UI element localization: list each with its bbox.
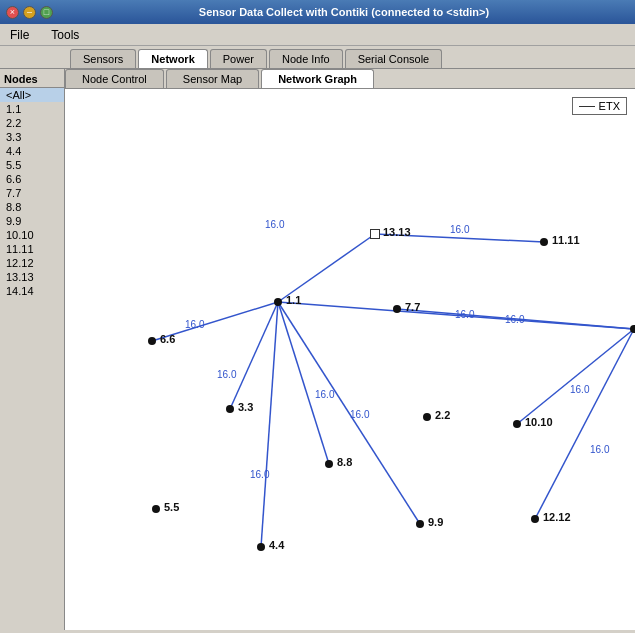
node-label-n2_2: 2.2 bbox=[435, 409, 450, 421]
edge-label: 16.0 bbox=[350, 409, 369, 420]
edge-label: 16.0 bbox=[217, 369, 236, 380]
node-dot-n3_3[interactable] bbox=[226, 405, 234, 413]
edge-label: 16.0 bbox=[590, 444, 609, 455]
sidebar-item-9-9[interactable]: 9.9 bbox=[0, 214, 64, 228]
sidebar-item-5-5[interactable]: 5.5 bbox=[0, 158, 64, 172]
node-label-n12_12: 12.12 bbox=[543, 511, 571, 523]
node-dot-n9_9[interactable] bbox=[416, 520, 424, 528]
node-dot-n14_14[interactable] bbox=[630, 325, 635, 333]
node-dot-n7_7[interactable] bbox=[393, 305, 401, 313]
sidebar-item-3-3[interactable]: 3.3 bbox=[0, 130, 64, 144]
sidebar-item-1-1[interactable]: 1.1 bbox=[0, 102, 64, 116]
tab-network[interactable]: Network bbox=[138, 49, 207, 68]
sidebar-item-13-13[interactable]: 13.13 bbox=[0, 270, 64, 284]
sidebar-item-all[interactable]: <All> bbox=[0, 88, 64, 102]
sub-tab-bar: Node Control Sensor Map Network Graph bbox=[65, 69, 635, 89]
edge-label: 16.0 bbox=[450, 224, 469, 235]
sidebar-item-12-12[interactable]: 12.12 bbox=[0, 256, 64, 270]
node-label-n4_4: 4.4 bbox=[269, 539, 284, 551]
sub-tab-network-graph[interactable]: Network Graph bbox=[261, 69, 374, 88]
node-dot-n6_6[interactable] bbox=[148, 337, 156, 345]
node-label-n13_13: 13.13 bbox=[383, 226, 411, 238]
node-label-n6_6: 6.6 bbox=[160, 333, 175, 345]
title-bar: × – □ Sensor Data Collect with Contiki (… bbox=[0, 0, 635, 24]
sidebar-item-2-2[interactable]: 2.2 bbox=[0, 116, 64, 130]
edge-label: 16.0 bbox=[505, 314, 524, 325]
node-label-n8_8: 8.8 bbox=[337, 456, 352, 468]
main-tab-bar: Sensors Network Power Node Info Serial C… bbox=[0, 46, 635, 69]
node-label-n3_3: 3.3 bbox=[238, 401, 253, 413]
graph-edge bbox=[261, 302, 278, 547]
graph-edge bbox=[517, 329, 634, 424]
content-area: Nodes <All> 1.1 2.2 3.3 4.4 5.5 6.6 7.7 … bbox=[0, 69, 635, 630]
sub-tab-sensor-map[interactable]: Sensor Map bbox=[166, 69, 259, 88]
sidebar-item-10-10[interactable]: 10.10 bbox=[0, 228, 64, 242]
minimize-button[interactable]: – bbox=[23, 6, 36, 19]
sidebar: Nodes <All> 1.1 2.2 3.3 4.4 5.5 6.6 7.7 … bbox=[0, 69, 65, 630]
sidebar-title: Nodes bbox=[0, 71, 64, 88]
node-dot-n12_12[interactable] bbox=[531, 515, 539, 523]
edge-label: 16.0 bbox=[570, 384, 589, 395]
menu-tools[interactable]: Tools bbox=[45, 26, 85, 44]
node-label-n5_5: 5.5 bbox=[164, 501, 179, 513]
sidebar-item-11-11[interactable]: 11.11 bbox=[0, 242, 64, 256]
sidebar-item-6-6[interactable]: 6.6 bbox=[0, 172, 64, 186]
window-controls[interactable]: × – □ bbox=[6, 6, 53, 19]
graph-edge bbox=[278, 302, 329, 464]
right-panel: Node Control Sensor Map Network Graph ET… bbox=[65, 69, 635, 630]
sidebar-item-8-8[interactable]: 8.8 bbox=[0, 200, 64, 214]
node-dot-n5_5[interactable] bbox=[152, 505, 160, 513]
sidebar-item-4-4[interactable]: 4.4 bbox=[0, 144, 64, 158]
node-dot-n10_10[interactable] bbox=[513, 420, 521, 428]
edge-label: 16.0 bbox=[185, 319, 204, 330]
close-button[interactable]: × bbox=[6, 6, 19, 19]
network-graph: ETX 16.016.016.016.016.016.016.016.016.0… bbox=[65, 89, 635, 630]
tab-sensors[interactable]: Sensors bbox=[70, 49, 136, 68]
node-dot-n1_1[interactable] bbox=[274, 298, 282, 306]
edge-label: 16.0 bbox=[455, 309, 474, 320]
node-dot-n4_4[interactable] bbox=[257, 543, 265, 551]
node-label-n7_7: 7.7 bbox=[405, 301, 420, 313]
tab-serial-console[interactable]: Serial Console bbox=[345, 49, 443, 68]
tab-power[interactable]: Power bbox=[210, 49, 267, 68]
node-dot-n8_8[interactable] bbox=[325, 460, 333, 468]
node-dot-n2_2[interactable] bbox=[423, 413, 431, 421]
node-dot-n13_13[interactable] bbox=[370, 229, 380, 239]
sidebar-item-14-14[interactable]: 14.14 bbox=[0, 284, 64, 298]
maximize-button[interactable]: □ bbox=[40, 6, 53, 19]
menu-file[interactable]: File bbox=[4, 26, 35, 44]
graph-edge bbox=[278, 302, 420, 524]
edge-label: 16.0 bbox=[250, 469, 269, 480]
node-dot-n11_11[interactable] bbox=[540, 238, 548, 246]
edge-label: 16.0 bbox=[315, 389, 334, 400]
graph-svg bbox=[65, 89, 635, 630]
tab-node-info[interactable]: Node Info bbox=[269, 49, 343, 68]
window-title: Sensor Data Collect with Contiki (connec… bbox=[59, 6, 629, 18]
node-label-n11_11: 11.11 bbox=[552, 234, 580, 246]
edge-label: 16.0 bbox=[265, 219, 284, 230]
graph-edge bbox=[278, 234, 375, 302]
node-label-n9_9: 9.9 bbox=[428, 516, 443, 528]
node-label-n1_1: 1.1 bbox=[286, 294, 301, 306]
sidebar-item-7-7[interactable]: 7.7 bbox=[0, 186, 64, 200]
menu-bar: File Tools bbox=[0, 24, 635, 46]
sub-tab-node-control[interactable]: Node Control bbox=[65, 69, 164, 88]
graph-edge bbox=[230, 302, 278, 409]
node-label-n10_10: 10.10 bbox=[525, 416, 553, 428]
